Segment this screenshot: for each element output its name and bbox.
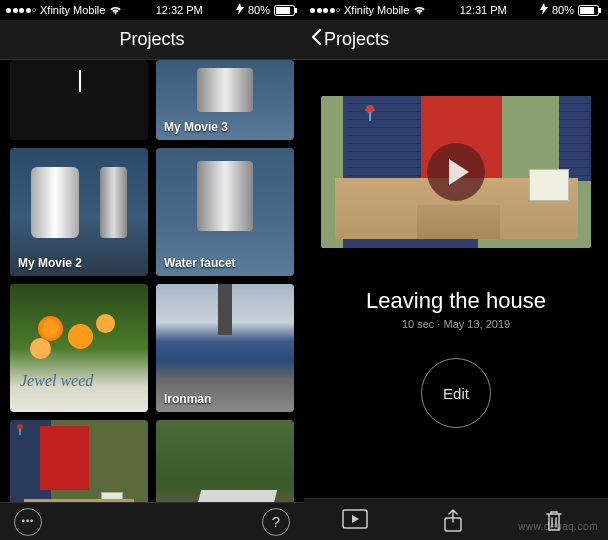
project-tile[interactable]: Water faucet [156,148,294,276]
share-button[interactable] [443,509,469,531]
svg-rect-9 [369,112,371,121]
video-thumbnail[interactable] [321,96,591,248]
project-tile[interactable]: Leaving the house [10,420,148,502]
project-tile-new[interactable] [10,60,148,140]
battery-icon [578,5,602,16]
svg-rect-1 [276,7,290,14]
spigot-icon [362,105,380,123]
back-label: Projects [324,29,389,50]
back-button[interactable]: Projects [310,28,389,51]
battery-pct: 80% [248,4,270,16]
phone-left: Xfinity Mobile 12:32 PM 80% Projects My … [0,0,304,540]
signal-icon [6,8,36,13]
charging-icon [540,3,548,17]
cooler [529,169,569,201]
edit-button[interactable]: Edit [421,358,491,428]
nav-title: Projects [119,29,184,50]
nav-bar: Projects [0,20,304,60]
carrier-label: Xfinity Mobile [40,4,105,16]
tile-label: My Movie 3 [164,120,228,134]
project-tile[interactable]: Ironman [156,284,294,412]
status-bar: Xfinity Mobile 12:32 PM 80% [0,0,304,20]
project-tile[interactable]: Jewel weed [10,284,148,412]
project-toolbar [304,498,608,540]
battery-pct: 80% [552,4,574,16]
tile-label: Water faucet [164,256,236,270]
chevron-left-icon [310,28,322,51]
project-title: Leaving the house [320,288,592,314]
bottom-toolbar: ••• ? [0,502,304,540]
spigot-icon [14,422,26,434]
signal-icon [310,8,340,13]
ellipsis-icon: ••• [22,517,34,526]
edit-label: Edit [443,385,469,402]
svg-rect-6 [580,7,594,14]
wifi-icon [109,5,122,15]
tile-label: Ironman [164,392,211,406]
question-icon: ? [272,513,280,530]
project-meta: 10 sec · May 13, 2019 [320,318,592,330]
cooler-icon [101,492,123,502]
nav-bar: Projects [304,20,608,60]
projects-grid[interactable]: My Movie 3 My Movie 2 Water faucet Jewel… [0,60,304,502]
project-duration: 10 sec [402,318,434,330]
project-tile[interactable]: My Movie 2 [10,148,148,276]
wifi-icon [413,5,426,15]
phone-right: Xfinity Mobile 12:31 PM 80% Projects Lea… [304,0,608,540]
svg-rect-2 [295,8,297,13]
status-time: 12:31 PM [460,4,507,16]
charging-icon [236,3,244,17]
svg-rect-4 [19,429,21,435]
status-time: 12:32 PM [156,4,203,16]
text-cursor-icon [79,70,81,92]
play-icon [427,143,485,201]
carrier-label: Xfinity Mobile [344,4,409,16]
watermark: www.deuaq.com [518,521,598,532]
svg-rect-7 [599,8,601,13]
tile-label: My Movie 2 [18,256,82,270]
tile-overlay-text: Jewel weed [20,372,93,390]
project-detail: Leaving the house 10 sec · May 13, 2019 … [304,60,608,428]
battery-icon [274,5,298,16]
status-bar: Xfinity Mobile 12:31 PM 80% [304,0,608,20]
project-tile[interactable]: My Movie 3 [156,60,294,140]
project-date: May 13, 2019 [443,318,510,330]
play-button[interactable] [342,509,368,531]
more-button[interactable]: ••• [14,508,42,536]
project-tile[interactable]: Tent [156,420,294,502]
help-button[interactable]: ? [262,508,290,536]
